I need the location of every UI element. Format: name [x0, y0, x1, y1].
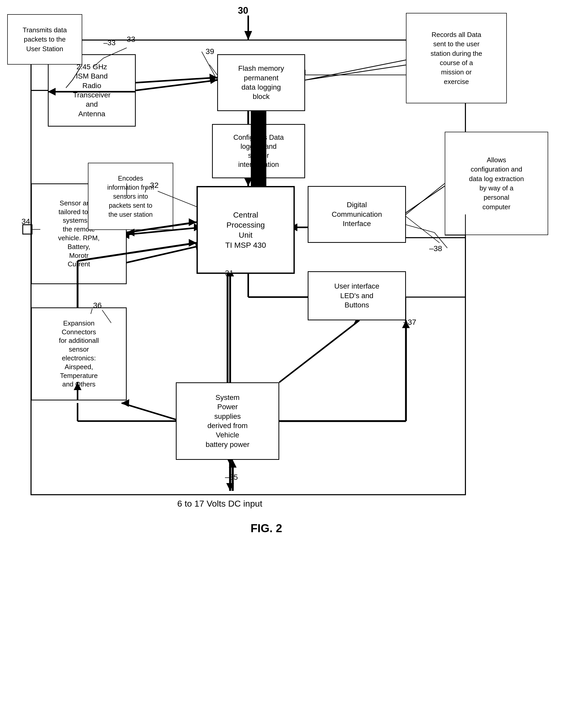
- label-33: 33: [127, 35, 135, 44]
- power-supply-label: SystemPowersuppliesderived fromVehicleba…: [205, 393, 249, 449]
- svg-marker-6: [209, 76, 217, 84]
- svg-line-40: [403, 214, 440, 243]
- svg-line-65: [406, 183, 445, 214]
- svg-marker-2: [244, 31, 252, 40]
- svg-line-26: [121, 403, 181, 421]
- user-interface-label: User interfaceLED's andButtons: [334, 282, 379, 310]
- label-37: –37: [403, 318, 416, 327]
- label-38: –38: [429, 244, 442, 253]
- svg-line-5: [136, 80, 217, 90]
- expansion-box: ExpansionConnectorsfor additionallsensor…: [31, 307, 127, 400]
- allows-callout: Allowsconfiguration anddata log extracti…: [445, 132, 548, 235]
- digital-comm-label: DigitalCommunicationInterface: [332, 200, 382, 228]
- svg-line-31: [403, 186, 445, 214]
- svg-marker-4: [244, 178, 252, 186]
- cpu-box: CentralProcessingUnitTI MSP 430: [196, 186, 295, 274]
- transmits-callout: Transmits datapackets to theUser Station: [7, 14, 82, 65]
- label-36-slash: /: [90, 307, 93, 316]
- svg-rect-70: [23, 225, 32, 234]
- svg-marker-61: [209, 74, 217, 81]
- svg-marker-72: [189, 218, 196, 226]
- fig-label: FIG. 2: [214, 522, 318, 535]
- voltage-label: 6 to 17 Volts DC input: [142, 499, 298, 509]
- power-supply-box: SystemPowersuppliesderived fromVehicleba…: [176, 382, 279, 460]
- svg-marker-30: [226, 483, 234, 491]
- flash-memory-label: Flash memorypermanentdata loggingblock: [238, 64, 284, 102]
- configures-logging-box: Configures Datalogging andsensorinterpre…: [212, 124, 305, 178]
- label-31: 31: [225, 269, 233, 277]
- svg-rect-34: [23, 225, 32, 234]
- svg-line-58: [406, 225, 434, 233]
- records-callout: Records all Datasent to the userstation …: [406, 13, 507, 103]
- flash-memory-box: Flash memorypermanentdata loggingblock: [217, 54, 305, 111]
- allows-label: Allowsconfiguration anddata log extracti…: [469, 155, 524, 212]
- svg-line-60: [136, 78, 217, 83]
- label-32-slash: /: [145, 186, 147, 194]
- svg-line-49: [209, 65, 217, 75]
- label-35: –35: [225, 473, 238, 482]
- svg-line-9: [305, 65, 409, 80]
- records-label: Records all Datasent to the userstation …: [431, 30, 482, 86]
- radio-transceiver-box: 2.45 GHzISM BandRadioTransceiverandAnten…: [48, 54, 136, 127]
- svg-line-24: [279, 320, 360, 382]
- digital-comm-box: DigitalCommunicationInterface: [308, 186, 406, 243]
- user-interface-box: User interfaceLED's andButtons: [308, 271, 406, 320]
- cpu-label: CentralProcessingUnitTI MSP 430: [225, 210, 266, 250]
- encodes-label: Encodesinformation fromsensors intopacke…: [107, 174, 154, 219]
- svg-marker-55: [229, 460, 236, 468]
- label-33-line: –33: [103, 39, 116, 47]
- label-32: 32: [150, 181, 158, 190]
- transmits-label: Transmits datapackets to theUser Station: [23, 25, 67, 53]
- svg-marker-76: [189, 239, 196, 247]
- label-39: 39: [205, 47, 214, 56]
- encodes-callout: Encodesinformation fromsensors intopacke…: [88, 163, 173, 230]
- expansion-label: ExpansionConnectorsfor additionallsensor…: [59, 319, 99, 389]
- svg-marker-38: [257, 111, 265, 119]
- configures-logging-label: Configures Datalogging andsensorinterpre…: [233, 133, 284, 169]
- label-34: 34: [21, 217, 30, 226]
- diagram-number-30: 30: [238, 5, 248, 16]
- svg-line-39: [305, 59, 409, 80]
- label-36: 36: [93, 301, 102, 310]
- svg-line-41: [202, 52, 217, 80]
- diagram: 30 2.45 GHzISM BandRadioTransceiverandAn…: [0, 0, 566, 728]
- radio-transceiver-label: 2.45 GHzISM BandRadioTransceiverandAnten…: [73, 62, 110, 119]
